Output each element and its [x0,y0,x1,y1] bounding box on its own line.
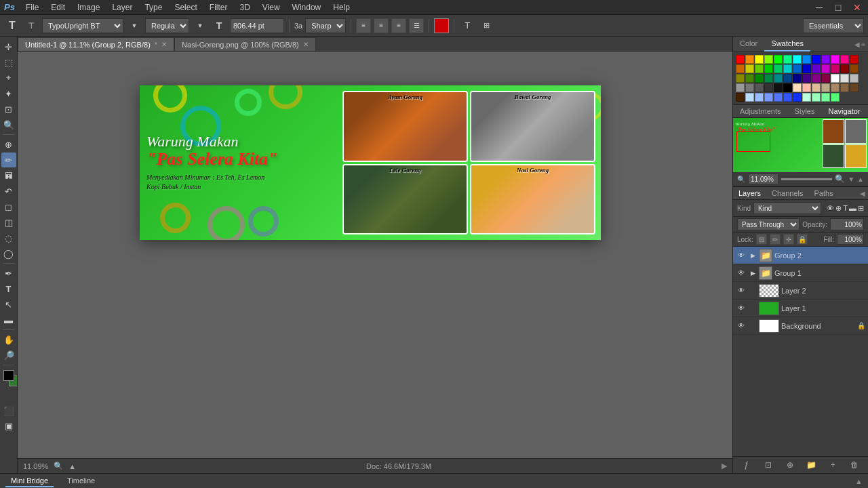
color-swatch[interactable] [802,83,811,92]
tab-untitled[interactable]: Untitled-1 @ 11.1% (Group 2, RGB/8) * ✕ [18,37,174,51]
text-tool-icon[interactable]: T [4,18,20,34]
color-swatch[interactable] [821,93,830,102]
quick-select-tool[interactable]: ✦ [1,86,16,101]
filter-type-icon[interactable]: T [843,204,848,212]
layer-expand-layer1[interactable]: ▶ [749,304,757,312]
layer-row-group1[interactable]: 👁 ▶ 📁 Group 1 [733,264,868,282]
tab-paths[interactable]: Paths [809,187,839,199]
menu-edit[interactable]: Edit [45,1,71,14]
canvas-nav-arrow[interactable]: ▲ [68,462,76,470]
color-swatch[interactable] [764,74,773,83]
menu-filter[interactable]: Filter [204,1,233,14]
filter-visible-icon[interactable]: 👁 [827,204,834,212]
minimize-button[interactable]: ─ [811,0,827,16]
tab-swatches[interactable]: Swatches [764,37,810,52]
layer-row-group2[interactable]: 👁 ▶ 📁 Group 2 [733,247,868,264]
eraser-tool[interactable]: ◻ [1,199,16,214]
hand-tool[interactable]: ✋ [1,332,16,347]
layer-group-button[interactable]: 📁 [805,459,817,471]
eyedropper-tool[interactable]: 🔍 [1,117,16,132]
clone-stamp-tool[interactable]: 🖬 [1,168,16,183]
color-swatch[interactable] [793,74,802,83]
nav-controls-expand[interactable]: ▲ [857,176,864,183]
font-family-arrow[interactable]: ▼ [126,18,142,34]
color-swatch[interactable] [812,74,821,83]
layer-kind-select[interactable]: Kind [753,202,821,214]
color-swatch[interactable] [774,83,783,92]
history-brush-tool[interactable]: ↶ [1,184,16,199]
pen-tool[interactable]: ✒ [1,266,16,281]
text-orient-icon[interactable]: ⊤ [23,18,39,34]
color-panel-expand[interactable]: ≡ [861,41,865,48]
color-swatch[interactable] [812,83,821,92]
layers-panel-collapse[interactable]: ◀ [860,190,865,197]
fill-input[interactable] [837,234,864,245]
antialiasing-select[interactable]: Sharp [305,18,346,33]
align-left-button[interactable]: ≡ [356,18,371,33]
layer-expand-background[interactable]: ▶ [749,322,757,330]
blur-tool[interactable]: ◌ [1,230,16,245]
color-swatch[interactable] [802,64,811,73]
filter-smart-icon[interactable]: ⊞ [858,204,864,213]
tab-timeline[interactable]: Timeline [62,475,100,487]
quick-mask-button[interactable]: ⬛ [1,403,16,418]
color-swatch[interactable] [755,74,764,83]
healing-brush-tool[interactable]: ⊕ [1,137,16,152]
filter-adjust-icon[interactable]: ⊕ [835,204,842,213]
move-tool[interactable]: ✛ [1,39,16,54]
color-swatch[interactable] [850,55,859,64]
tab-adjustments[interactable]: Adjustments [733,105,788,117]
color-swatch[interactable] [783,93,792,102]
lock-pixels-button[interactable]: ✏ [770,234,781,245]
color-swatch[interactable] [755,93,764,102]
color-swatch[interactable] [840,74,849,83]
color-swatch[interactable] [755,55,764,64]
color-swatch[interactable] [736,55,745,64]
color-swatch[interactable] [831,93,840,102]
color-swatch[interactable] [793,64,802,73]
navigator-zoom-input[interactable] [748,174,778,184]
workspace[interactable]: Warung Makan "Pas Selera Kita" Menyediak… [18,52,732,458]
color-panel-collapse[interactable]: ◀ [854,41,860,48]
color-swatch[interactable] [812,64,821,73]
brush-tool[interactable]: ✏ [1,152,16,167]
menu-3d[interactable]: 3D [234,1,255,14]
color-swatch[interactable] [831,55,840,64]
color-swatch[interactable] [802,93,811,102]
color-swatch[interactable] [736,83,745,92]
menu-window[interactable]: Window [287,1,327,14]
layer-expand-group1[interactable]: ▶ [749,269,757,277]
color-swatch[interactable] [840,64,849,73]
menu-select[interactable]: Select [169,1,202,14]
color-swatch[interactable] [745,83,754,92]
close-button[interactable]: ✕ [849,0,865,16]
font-style-select[interactable]: Regular [145,18,189,33]
color-swatch[interactable] [783,55,792,64]
blend-mode-select[interactable]: Pass Through [737,218,800,230]
menu-image[interactable]: Image [72,1,105,14]
tab-channels[interactable]: Channels [766,187,808,199]
navigator-view-box[interactable] [736,131,770,152]
color-swatch[interactable] [774,55,783,64]
color-swatch[interactable] [850,74,859,83]
color-swatch[interactable] [840,55,849,64]
gradient-tool[interactable]: ◫ [1,215,16,230]
nav-controls-collapse[interactable]: ▼ [848,176,854,183]
menu-help[interactable]: Help [328,1,355,14]
layer-effects-button[interactable]: ƒ [741,459,753,471]
color-swatch[interactable] [764,64,773,73]
color-swatch[interactable] [821,64,830,73]
color-swatch[interactable] [745,93,754,102]
color-swatch[interactable] [793,93,802,102]
color-swatch[interactable] [783,74,792,83]
layer-delete-button[interactable]: 🗑 [848,459,861,471]
color-swatch[interactable] [736,74,745,83]
color-indicators[interactable] [3,370,14,381]
warp-text-button[interactable]: T [459,18,475,34]
color-swatch[interactable] [745,55,754,64]
color-swatch[interactable] [793,83,802,92]
menu-file[interactable]: File [20,1,44,14]
color-swatch[interactable] [793,55,802,64]
color-swatch[interactable] [821,83,830,92]
color-swatch[interactable] [821,55,830,64]
